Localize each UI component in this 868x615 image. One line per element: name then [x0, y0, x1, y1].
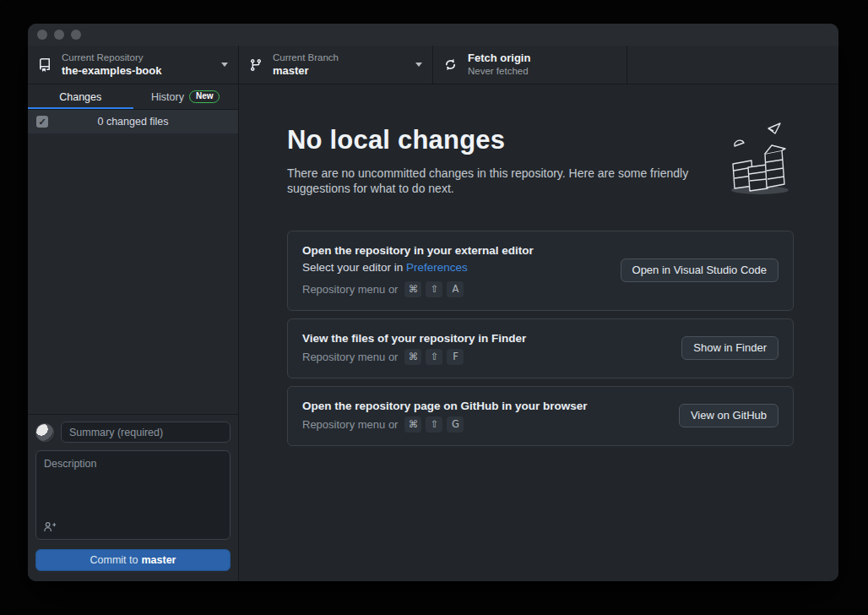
current-branch-name: master [273, 64, 409, 78]
changed-files-list [28, 133, 238, 414]
suggestion-card-finder: View the files of your repository in Fin… [287, 318, 794, 378]
repo-icon [38, 58, 52, 72]
shift-key: ⇧ [426, 281, 442, 297]
tab-history-label: History [151, 91, 184, 103]
suggestion-title: Open the repository page on GitHub in yo… [302, 400, 664, 412]
chevron-down-icon [221, 63, 228, 67]
current-branch-dropdown[interactable]: Current Branch master [239, 46, 433, 84]
close-window-button[interactable] [37, 30, 47, 40]
current-repository-dropdown[interactable]: Current Repository the-examples-book [28, 46, 239, 84]
menu-hint: Repository menu or [302, 418, 398, 431]
fetch-origin-button[interactable]: Fetch origin Never fetched [433, 46, 627, 84]
select-all-checkbox[interactable]: ✓ [36, 116, 48, 128]
editor-hint-text: Select your editor in [302, 261, 406, 274]
letter-key: G [447, 416, 464, 433]
commit-button-prefix: Commit to [90, 554, 138, 566]
view-on-github-button[interactable]: View on GitHub [679, 404, 778, 427]
show-in-finder-button[interactable]: Show in Finder [681, 336, 778, 360]
cmd-key: ⌘ [404, 416, 421, 433]
chevron-down-icon [415, 63, 422, 67]
current-repository-label: Current Repository [62, 52, 214, 63]
add-coauthor-icon[interactable] [43, 520, 56, 533]
cmd-key: ⌘ [404, 349, 421, 365]
cmd-key: ⌘ [404, 281, 421, 297]
preferences-link[interactable]: Preferences [406, 261, 468, 274]
tab-changes-label: Changes [59, 91, 101, 103]
commit-summary-input[interactable] [61, 422, 231, 443]
open-in-vscode-button[interactable]: Open in Visual Studio Code [621, 259, 778, 282]
letter-key: F [447, 349, 464, 365]
paper-stack-illustration [716, 120, 797, 198]
sync-icon [443, 57, 458, 72]
current-repository-name: the-examples-book [62, 64, 214, 78]
commit-button-branch: master [141, 554, 176, 566]
menu-hint: Repository menu or [302, 351, 398, 363]
zoom-window-button[interactable] [71, 30, 81, 40]
letter-key: A [447, 281, 464, 297]
commit-description-box [35, 450, 231, 540]
user-avatar [35, 423, 54, 442]
suggestion-card-editor: Open the repository in your external edi… [287, 231, 794, 311]
commit-form: Commit to master [28, 414, 238, 581]
commit-description-input[interactable] [36, 451, 230, 515]
shift-key: ⇧ [426, 349, 442, 365]
new-badge: New [189, 90, 220, 103]
no-local-changes-panel: No local changes There are no uncommitte… [239, 84, 838, 581]
tab-changes[interactable]: Changes [28, 84, 133, 109]
toolbar: Current Repository the-examples-book Cur… [28, 46, 838, 84]
fetch-origin-label: Fetch origin [468, 52, 616, 65]
git-branch-icon [249, 58, 263, 72]
tab-history[interactable]: History New [133, 84, 239, 109]
toolbar-spacer [627, 46, 838, 84]
commit-to-master-button[interactable]: Commit to master [35, 549, 231, 571]
minimize-window-button[interactable] [54, 30, 64, 40]
changed-files-count: 0 changed files [55, 116, 230, 128]
sidebar-tabs: Changes History New [28, 84, 238, 110]
suggestion-title: View the files of your repository in Fin… [302, 332, 666, 345]
title-bar [28, 24, 838, 46]
changed-files-header: ✓ 0 changed files [28, 110, 238, 133]
suggestion-cards: Open the repository in your external edi… [287, 231, 794, 446]
github-desktop-window: Current Repository the-examples-book Cur… [28, 24, 838, 581]
current-branch-label: Current Branch [273, 52, 409, 63]
suggestion-title: Open the repository in your external edi… [302, 244, 605, 257]
menu-hint: Repository menu or [302, 283, 398, 296]
page-subtitle: There are no uncommitted changes in this… [287, 166, 726, 197]
sidebar: Changes History New ✓ 0 changed files [28, 84, 239, 581]
fetch-origin-status: Never fetched [468, 65, 616, 77]
shift-key: ⇧ [426, 416, 442, 433]
suggestion-card-github: Open the repository page on GitHub in yo… [287, 386, 794, 446]
screenshot-background: Current Repository the-examples-book Cur… [0, 0, 868, 615]
